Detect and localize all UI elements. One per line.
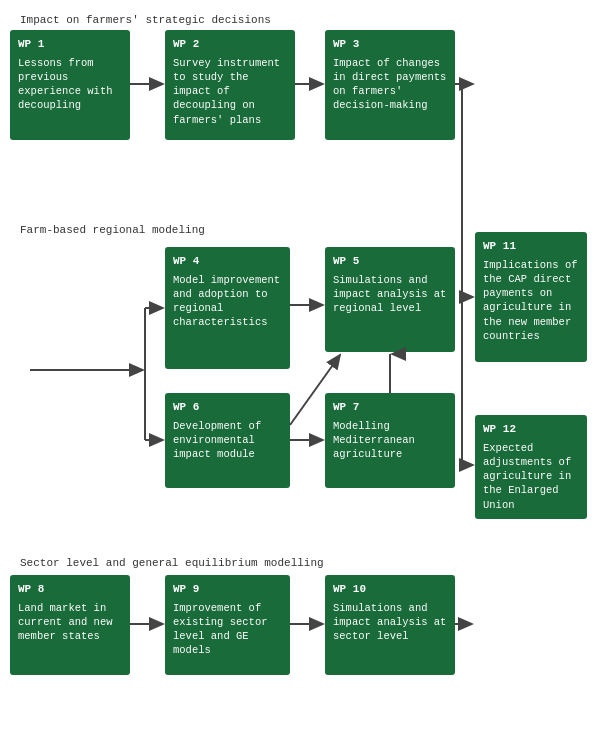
wp1-text: Lessons from previous experience with de… — [18, 56, 122, 113]
wp4-title: WP 4 — [173, 254, 282, 269]
wp3-text: Impact of changes in direct payments on … — [333, 56, 447, 113]
wp11-text: Implications of the CAP direct payments … — [483, 258, 579, 343]
wp3-box: WP 3 Impact of changes in direct payment… — [325, 30, 455, 140]
wp5-title: WP 5 — [333, 254, 447, 269]
wp6-title: WP 6 — [173, 400, 282, 415]
wp5-box: WP 5 Simulations and impact analysis at … — [325, 247, 455, 352]
section-label-3: Sector level and general equilibrium mod… — [10, 551, 334, 573]
wp7-title: WP 7 — [333, 400, 447, 415]
wp2-text: Survey instrument to study the impact of… — [173, 56, 287, 127]
wp9-box: WP 9 Improvement of existing sector leve… — [165, 575, 290, 675]
wp4-box: WP 4 Model improvement and adoption to r… — [165, 247, 290, 369]
wp12-box: WP 12 Expected adjustments of agricultur… — [475, 415, 587, 519]
wp4-text: Model improvement and adoption to region… — [173, 273, 282, 330]
wp8-box: WP 8 Land market in current and new memb… — [10, 575, 130, 675]
section-label-1: Impact on farmers' strategic decisions — [10, 8, 281, 30]
wp12-title: WP 12 — [483, 422, 579, 437]
wp11-box: WP 11 Implications of the CAP direct pay… — [475, 232, 587, 362]
section-label-2: Farm-based regional modeling — [10, 218, 215, 240]
wp5-text: Simulations and impact analysis at regio… — [333, 273, 447, 316]
wp11-title: WP 11 — [483, 239, 579, 254]
wp7-text: Modelling Mediterranean agriculture — [333, 419, 447, 462]
wp8-title: WP 8 — [18, 582, 122, 597]
wp6-box: WP 6 Development of environmental impact… — [165, 393, 290, 488]
wp10-box: WP 10 Simulations and impact analysis at… — [325, 575, 455, 675]
wp8-text: Land market in current and new member st… — [18, 601, 122, 644]
wp1-box: WP 1 Lessons from previous experience wi… — [10, 30, 130, 140]
wp3-title: WP 3 — [333, 37, 447, 52]
wp9-text: Improvement of existing sector level and… — [173, 601, 282, 658]
wp9-title: WP 9 — [173, 582, 282, 597]
wp1-title: WP 1 — [18, 37, 122, 52]
wp6-text: Development of environmental impact modu… — [173, 419, 282, 462]
wp2-title: WP 2 — [173, 37, 287, 52]
wp10-title: WP 10 — [333, 582, 447, 597]
wp7-box: WP 7 Modelling Mediterranean agriculture — [325, 393, 455, 488]
wp2-box: WP 2 Survey instrument to study the impa… — [165, 30, 295, 140]
wp12-text: Expected adjustments of agriculture in t… — [483, 441, 579, 512]
wp10-text: Simulations and impact analysis at secto… — [333, 601, 447, 644]
